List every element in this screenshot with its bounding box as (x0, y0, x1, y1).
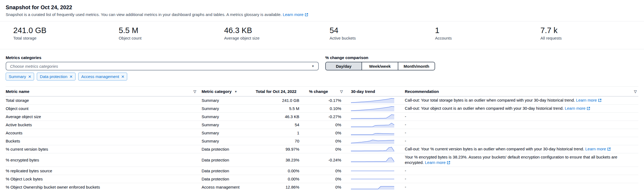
trend-sparkline (351, 184, 405, 190)
comparison-option-month-month[interactable]: Month/month (398, 62, 435, 70)
recommendation-cell: Call-out: Your object count is an outlie… (405, 105, 638, 113)
page-description: Snapshot is a curated list of frequently… (6, 12, 638, 17)
table-row: % Object Lock bytesData protection0.00%0… (6, 175, 638, 183)
column-header-change[interactable]: % change▽ (309, 87, 351, 96)
metric-trend-cell (351, 105, 405, 113)
remove-filter-tag-button[interactable]: × (26, 74, 33, 79)
recommendation-text: - (405, 184, 406, 189)
selected-category-tags: Summary×Data protection×Access managemen… (6, 73, 319, 80)
metric-category-cell: Summary (202, 113, 256, 121)
external-link-icon (587, 106, 590, 111)
trend-sparkline (351, 138, 405, 144)
column-header-30-day-trend[interactable]: 30-day trend (351, 87, 405, 96)
metric-change-cell: 0% (309, 121, 351, 129)
table-row: BucketsSummary700%- (6, 137, 638, 145)
metric-name-cell: % Object Ownership bucket owner enforced… (6, 183, 202, 191)
divider (0, 49, 644, 49)
summary-metric-value: 1 (435, 25, 533, 35)
filter-tag-data-protection: Data protection× (37, 73, 75, 80)
metric-change-cell: 0% (309, 175, 351, 183)
metric-total-cell: 38.23% (256, 153, 309, 167)
comparison-label: % change comparison (325, 55, 435, 60)
sort-icon[interactable]: ▽ (340, 89, 343, 93)
metric-category-cell: Data protection (202, 145, 256, 153)
recommendation-cell: Call-out: Your % current version bytes i… (405, 145, 638, 153)
table-row: % replicated bytes sourceData protection… (6, 167, 638, 175)
summary-metric-value: 5.5 M (119, 25, 217, 35)
column-header-total-for-oct-24-2022[interactable]: Total for Oct 24, 2022 (256, 87, 309, 96)
metric-change-cell: 0% (309, 137, 351, 145)
recommendation-text: - (405, 130, 406, 135)
column-header-label: Total for Oct 24, 2022 (256, 89, 297, 94)
metric-trend-cell (351, 129, 405, 137)
summary-metric-label: Total storage (13, 36, 111, 41)
column-header-content: Metric category▼ (202, 89, 256, 94)
column-header-label: Metric category (202, 89, 232, 94)
summary-metric-all-requests: 7.7 kAll requests (533, 25, 638, 41)
learn-more-label: Learn more (283, 12, 304, 17)
trend-sparkline (351, 168, 405, 173)
metric-total-cell: 54 (256, 121, 309, 129)
metric-change-cell: 0.10% (309, 105, 351, 113)
sort-icon[interactable]: ▽ (634, 89, 637, 93)
filter-caret-icon[interactable]: ▼ (234, 90, 237, 93)
filter-tag-label: Data protection (40, 74, 67, 79)
metric-name-cell: Accounts (6, 129, 202, 137)
trend-sparkline (351, 114, 405, 119)
filter-tag-access-management: Access management× (78, 73, 127, 80)
metric-total-cell: 5.5 M (256, 105, 309, 113)
learn-more-link[interactable]: Learn more (565, 106, 590, 111)
learn-more-label: Learn more (425, 160, 446, 165)
metric-total-cell: 0.00% (256, 167, 309, 175)
metric-total-cell: 70 (256, 137, 309, 145)
page-title: Snapshot for Oct 24, 2022 (6, 4, 638, 11)
comparison-option-week-week[interactable]: Week/week (362, 62, 398, 70)
recommendation-text: - (405, 138, 406, 143)
metric-name-cell: Object count (6, 105, 202, 113)
metrics-categories-select[interactable]: Choose metrics categories ▼ (6, 62, 319, 70)
trend-sparkline (351, 157, 405, 163)
trend-sparkline (351, 176, 405, 182)
glossary-learn-more-link[interactable]: Learn more (283, 12, 308, 17)
recommendation-text: Call-out: Your total storage bytes is an… (405, 98, 575, 102)
metrics-categories-field: Metrics categories Choose metrics catego… (6, 55, 319, 80)
trend-sparkline (351, 98, 405, 103)
column-header-metric-name[interactable]: Metric name▽ (6, 87, 202, 96)
metric-change-cell: 0% (309, 183, 351, 191)
remove-filter-tag-button[interactable]: × (67, 74, 75, 79)
metric-category-cell: Summary (202, 121, 256, 129)
comparison-option-day-day[interactable]: Day/day (326, 62, 362, 70)
metric-name-cell: Buckets (6, 137, 202, 145)
recommendation-cell: - (405, 183, 638, 191)
metric-total-cell: 12.86% (256, 183, 309, 191)
recommendation-text: Call-out: Your object count is an outlie… (405, 106, 564, 111)
table-row: Active bucketsSummary540%- (6, 121, 638, 129)
recommendation-text: - (405, 176, 406, 181)
metric-change-cell: 0% (309, 129, 351, 137)
filter-tag-label: Access management (81, 74, 119, 79)
external-link-icon (447, 160, 450, 165)
table-header: Metric name▽Metric category▼Total for Oc… (6, 87, 638, 96)
table-row: % encrypted bytesData protection38.23%-0… (6, 153, 638, 167)
column-header-recommendation[interactable]: Recommendation▽ (405, 87, 638, 96)
chevron-down-icon: ▼ (311, 64, 314, 68)
learn-more-link[interactable]: Learn more (425, 160, 450, 165)
metric-total-cell: 1 (256, 129, 309, 137)
learn-more-link[interactable]: Learn more (576, 98, 602, 102)
metric-total-cell: 241.0 GB (256, 96, 309, 105)
metric-name-cell: % replicated bytes source (6, 167, 202, 175)
table-header-row: Metric name▽Metric category▼Total for Oc… (6, 87, 638, 96)
metric-trend-cell (351, 96, 405, 105)
column-header-metric-category[interactable]: Metric category▼ (202, 87, 256, 96)
page-header: Snapshot for Oct 24, 2022 Snapshot is a … (6, 4, 638, 17)
column-header-content: Metric name▽ (6, 89, 202, 94)
summary-metric-active-buckets: 54Active buckets (322, 25, 428, 41)
metric-name-cell: Total storage (6, 96, 202, 105)
recommendation-text: Call-out: Your % current version bytes i… (405, 147, 584, 151)
learn-more-link[interactable]: Learn more (585, 147, 611, 151)
sort-icon[interactable]: ▽ (193, 89, 196, 93)
recommendation-cell: Your % encrypted bytes is 38.23%. Assess… (405, 153, 638, 167)
remove-filter-tag-button[interactable]: × (119, 74, 126, 79)
metric-name-cell: Average object size (6, 113, 202, 121)
change-comparison-field: % change comparison Day/dayWeek/weekMont… (325, 55, 435, 70)
